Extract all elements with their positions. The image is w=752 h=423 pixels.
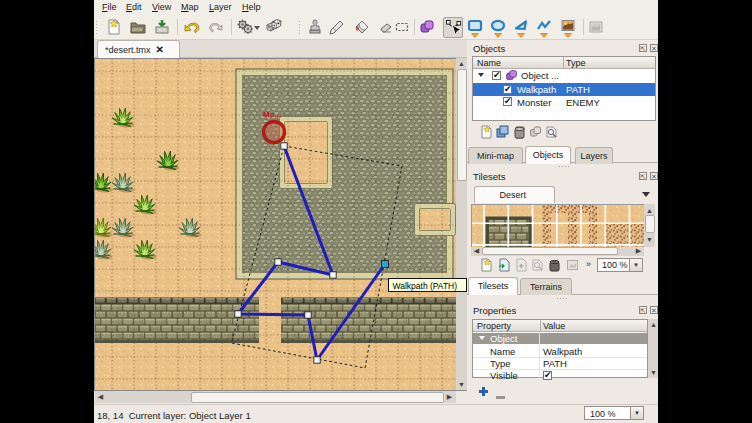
svg-text:Mo...: Mo...	[263, 110, 281, 119]
